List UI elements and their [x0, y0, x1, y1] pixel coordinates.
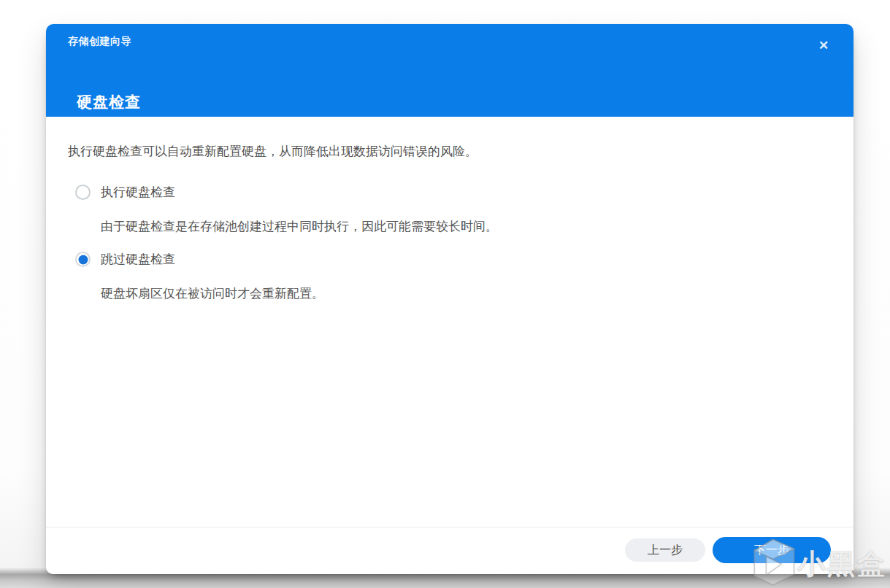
option-description: 硬盘坏扇区仅在被访问时才会重新配置。	[101, 286, 832, 302]
step-title: 硬盘检查	[77, 92, 141, 112]
radio-option-skip-check[interactable]: 跳过硬盘检查	[75, 251, 832, 268]
dialog-footer: 上一步 下一步	[46, 527, 853, 574]
radio-label: 跳过硬盘检查	[101, 251, 175, 268]
radio-label: 执行硬盘检查	[101, 184, 175, 201]
radio-button-icon[interactable]	[75, 252, 91, 267]
intro-text: 执行硬盘检查可以自动重新配置硬盘，从而降低出现数据访问错误的风险。	[68, 143, 832, 160]
option-description: 由于硬盘检查是在存储池创建过程中同时执行，因此可能需要较长时间。	[101, 219, 832, 235]
close-button[interactable]: ✕	[814, 36, 833, 55]
dialog-header: 存储创建向导 ✕ 硬盘检查	[46, 24, 853, 117]
storage-wizard-dialog: 存储创建向导 ✕ 硬盘检查 执行硬盘检查可以自动重新配置硬盘，从而降低出现数据访…	[46, 24, 853, 574]
dialog-body: 执行硬盘检查可以自动重新配置硬盘，从而降低出现数据访问错误的风险。 执行硬盘检查…	[46, 117, 853, 302]
radio-option-run-check[interactable]: 执行硬盘检查	[75, 184, 832, 201]
wizard-title: 存储创建向导	[68, 35, 131, 48]
radio-button-icon[interactable]	[75, 185, 91, 200]
close-icon: ✕	[818, 39, 829, 52]
back-button[interactable]: 上一步	[625, 538, 705, 562]
next-button[interactable]: 下一步	[713, 537, 831, 563]
